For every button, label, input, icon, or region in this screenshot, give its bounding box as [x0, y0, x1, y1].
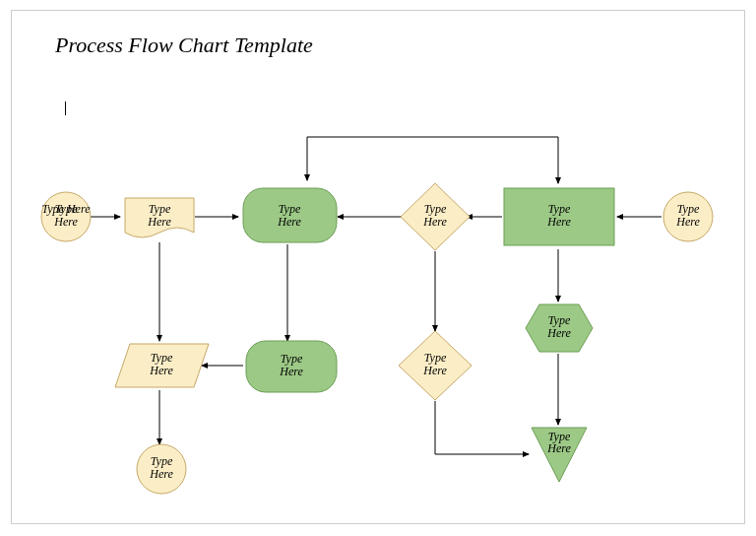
svg-text:TypeHere: TypeHere [147, 202, 171, 229]
svg-text:TypeHere: TypeHere [149, 351, 173, 377]
flow-preparation[interactable]: TypeHere Type Here [526, 304, 593, 352]
flow-process-rounded[interactable]: TypeHere Type Here [243, 188, 337, 242]
flow-decision[interactable]: TypeHere Type Here [399, 331, 472, 400]
svg-text:TypeHere: TypeHere [277, 202, 301, 229]
svg-text:TypeHere: TypeHere [149, 454, 173, 481]
svg-text:TypeHere: TypeHere [422, 351, 447, 377]
flow-process[interactable]: TypeHere Type Here [504, 188, 614, 245]
svg-text:TypeHere: TypeHere [546, 202, 571, 229]
flow-circle[interactable]: TypeHere Type Here [137, 444, 186, 494]
svg-text:TypeHere: TypeHere [546, 313, 571, 340]
flow-circle[interactable]: TypeHere Type Here [663, 192, 713, 241]
canvas: Process Flow Chart Template [11, 10, 745, 524]
svg-text:TypeHere: TypeHere [675, 202, 700, 229]
flow-merge[interactable]: TypeHere Type Here [532, 428, 587, 482]
flow-decision[interactable]: TypeHere Type Here [401, 183, 470, 250]
flow-process-rounded[interactable]: TypeHere Type Here [246, 341, 337, 392]
arrow-dia2-to-tri [435, 401, 529, 454]
svg-text:TypeHere: TypeHere [279, 352, 303, 378]
svg-text:TypeHere: TypeHere [546, 430, 571, 455]
flow-circle[interactable]: Type Here TypeHere [41, 192, 91, 241]
flowchart-svg: Type Here TypeHere TypeHere Type Here Ty… [12, 11, 744, 523]
arrow-top-to-rect [307, 137, 558, 183]
flow-data[interactable]: TypeHere Type Here [115, 344, 209, 387]
svg-text:TypeHere: TypeHere [422, 202, 447, 229]
svg-text:TypeHere: TypeHere [53, 202, 78, 229]
flow-document[interactable]: TypeHere Type Here [125, 198, 194, 237]
